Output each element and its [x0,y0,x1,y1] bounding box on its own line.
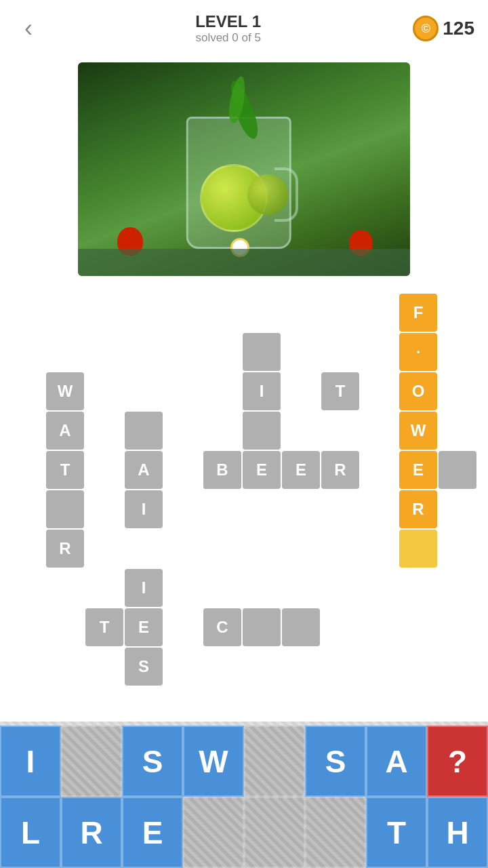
tile-empty-3 [183,797,244,868]
cell-R2: R [321,451,359,489]
cell-E4: E [399,451,437,489]
puzzle-image-area [0,57,488,281]
cell-F: F [399,294,437,332]
cell-B: B [203,451,241,489]
cell-R3: R [399,490,437,528]
cell-empty5 [282,608,320,646]
cell-top [243,333,281,371]
coin-icon: © [413,16,439,41]
cell-R: R [46,530,84,568]
cell-A2: A [125,451,163,489]
cell-E2: E [282,451,320,489]
cell-W: W [46,372,84,410]
cell-W2: W [399,412,437,450]
cell-O: O [399,372,437,410]
cell-I1: I [125,490,163,528]
tile-row-2: L R E T H [0,797,488,868]
tile-W[interactable]: W [183,726,244,797]
tile-T[interactable]: T [366,797,427,868]
cell-T1: T [46,451,84,489]
cell-S1: S [125,648,163,686]
level-subtitle: solved 0 of 5 [195,31,261,45]
letter-tiles: I S W S A ? L R E T H [0,726,488,868]
tile-R[interactable]: R [61,797,122,868]
cell-A1: A [46,412,84,450]
cell-I4 [243,412,281,450]
cell-T3: T [85,608,123,646]
cell-empty1 [46,490,84,528]
level-title: LEVEL 1 [195,12,261,31]
tile-empty-2 [244,726,305,797]
cell-I5: I [243,372,281,410]
tile-row-1: I S W S A ? [0,726,488,797]
coin-count: 125 [443,18,474,39]
tile-I[interactable]: I [0,726,61,797]
tile-S[interactable]: S [122,726,183,797]
cell-yellow [399,530,437,568]
cell-extra [439,451,476,489]
coins-display: © 125 [413,16,474,41]
cell-I2: I [125,569,163,607]
tile-question[interactable]: ? [427,726,488,797]
tile-A[interactable]: A [366,726,427,797]
tile-empty-5 [305,797,366,868]
header: ‹ LEVEL 1 solved 0 of 5 © 125 [0,0,488,57]
level-info: LEVEL 1 solved 0 of 5 [195,12,261,45]
cell-T2: T [321,372,359,410]
crossword-area: W A T R A I I S B E R I T E T E C F • O … [0,281,488,722]
tile-H[interactable]: H [427,797,488,868]
back-button[interactable]: ‹ [14,14,43,43]
cell-E3: E [125,608,163,646]
cell-dot: • [399,333,437,371]
cell-C: C [203,608,241,646]
cell-empty4 [243,608,281,646]
cell-empty2 [125,412,163,450]
tile-empty-1 [61,726,122,797]
cell-E: E [243,451,281,489]
tile-E[interactable]: E [122,797,183,868]
tile-S2[interactable]: S [305,726,366,797]
tile-L[interactable]: L [0,797,61,868]
tile-empty-4 [244,797,305,868]
